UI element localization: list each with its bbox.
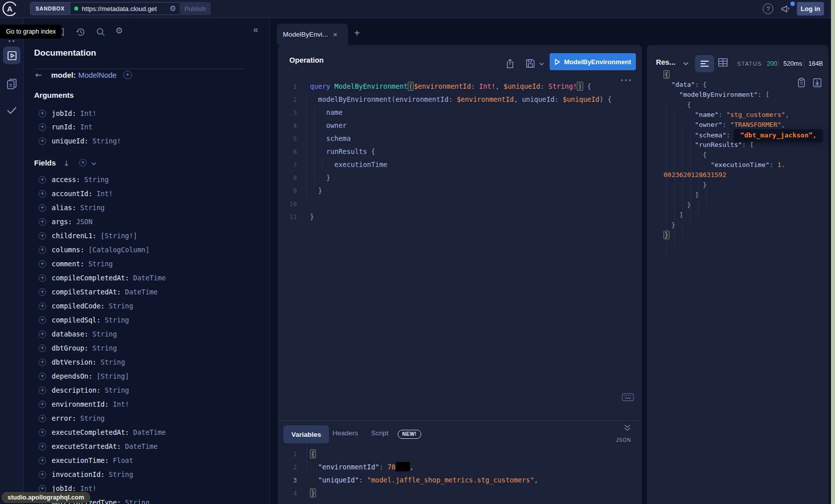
add-field-icon[interactable]: + [39,232,46,240]
field-row[interactable]: +compiledSql: String [39,313,129,327]
field-row[interactable]: +executeCompletedAt: DateTime [39,425,166,439]
code-line[interactable]: 11} [278,210,642,223]
code-line[interactable]: 5 schema [278,132,642,145]
add-field-icon[interactable]: + [39,260,46,268]
field-row[interactable]: +compiledCode: String [39,299,133,313]
field-row[interactable]: +invocationId: String [39,467,133,481]
code-line[interactable]: 9 } [278,184,642,197]
add-field-icon[interactable]: + [39,204,46,212]
field-type[interactable]: String [84,260,113,268]
field-type[interactable]: String [121,498,149,504]
field-type[interactable]: String [105,302,133,310]
field-row[interactable]: +comment: String [39,257,113,271]
field-row[interactable]: +dbtGroup: String [39,341,117,355]
field-row[interactable]: +dependsOn: [String] [39,369,129,383]
login-button[interactable]: Log in [797,2,824,16]
field-type[interactable]: String [105,470,133,478]
field-type[interactable]: DateTime [129,428,165,436]
code-line[interactable]: 4 owner [278,119,642,132]
raw-view-toggle-button[interactable] [695,55,714,72]
schema-documents-icon[interactable]: ± [6,78,18,90]
megaphone-icon[interactable] [780,4,791,14]
field-type[interactable]: String [101,386,129,394]
response-title[interactable]: Res... [656,58,676,66]
close-tab-icon[interactable]: × [333,31,338,38]
field-row[interactable]: +args: JSON [39,215,92,229]
add-field-icon[interactable]: + [39,316,46,324]
field-type[interactable]: Int! [92,190,113,198]
code-line[interactable]: 8 } [278,171,642,184]
url-settings-icon[interactable]: ⚙ [170,5,176,13]
field-row[interactable]: +compileCompletedAt: DateTime [39,271,166,285]
add-field-icon[interactable]: + [39,302,46,310]
add-field-icon[interactable]: + [39,359,46,366]
add-field-icon[interactable]: + [39,387,46,394]
field-row[interactable]: +columns: [CatalogColumn] [39,243,149,257]
field-type[interactable]: DateTime [129,274,165,282]
publish-button[interactable]: Publish [180,2,211,15]
table-view-icon[interactable] [718,58,728,67]
tab-modelbyenvironment[interactable]: ModelByEnvi... × [277,24,348,45]
code-line[interactable]: 3 name [278,106,642,119]
variables-editor[interactable]: 1{2 "environmentId": 78,3 "uniqueId": "m… [278,420,642,504]
add-field-icon[interactable]: + [39,471,46,478]
graph-url-input[interactable]: https://metadata.cloud.get ⚙ [70,3,181,15]
field-type[interactable]: String [88,344,117,352]
field-type[interactable]: DateTime [121,288,157,296]
add-field-icon[interactable]: + [39,288,46,296]
field-row[interactable]: +childrenL1: [String!] [39,229,137,243]
field-type[interactable]: Int! [76,484,97,492]
add-field-icon[interactable]: + [39,246,46,254]
field-type[interactable]: JSON [72,218,93,226]
code-line[interactable]: 1{ [278,447,642,460]
add-field-icon[interactable]: + [39,274,46,282]
field-type[interactable]: String [80,176,109,184]
help-icon[interactable]: ? [763,4,773,14]
add-field-icon[interactable]: + [39,373,46,380]
field-row[interactable]: +accountId: Int! [39,187,113,201]
field-row[interactable]: +error: String [39,411,105,425]
field-type[interactable]: Float [109,456,133,464]
field-type[interactable]: String [76,414,105,422]
checkmark-icon[interactable] [6,105,18,115]
code-line[interactable]: 6 runResults { [278,145,642,158]
add-field-icon[interactable]: + [39,401,46,408]
field-type[interactable]: DateTime [121,442,157,450]
field-row[interactable]: +dbtVersion: String [39,355,125,369]
code-line[interactable]: 3 "uniqueId": "model.jaffle_shop_metrics… [278,473,642,486]
field-row[interactable]: +executeStartedAt: DateTime [39,439,157,453]
field-type[interactable]: [String!] [96,232,137,240]
add-tab-icon[interactable]: + [354,28,360,39]
field-row[interactable]: +description: String [39,383,129,397]
add-field-icon[interactable]: + [39,176,46,184]
response-dropdown-chevron-icon[interactable] [683,62,689,66]
operation-editor[interactable]: 1query ModelByEnvironment($environmentId… [278,45,642,376]
field-type[interactable]: [CatalogColumn] [84,246,149,254]
field-row[interactable]: +compileStartedAt: DateTime [39,285,157,299]
keyboard-shortcuts-icon[interactable] [622,393,634,401]
code-line[interactable]: 2 "environmentId": 78, [278,460,642,473]
field-type[interactable]: Int! [109,400,129,408]
code-line[interactable]: 10 [278,197,642,210]
sandbox-badge[interactable]: SANDBOX [31,3,70,15]
field-row[interactable]: +executionTime: Float [39,453,133,467]
field-row[interactable]: +database: String [39,327,117,341]
field-type[interactable]: String [76,204,105,212]
add-field-icon[interactable]: + [39,457,46,464]
add-field-icon[interactable]: + [39,345,46,352]
apollo-logo[interactable]: A [2,1,18,17]
field-type[interactable]: String [96,358,125,366]
add-field-icon[interactable]: + [39,443,46,450]
field-type[interactable]: [String] [92,372,129,380]
operations-tab-selected[interactable] [3,47,21,64]
url-text[interactable]: https://metadata.cloud.get [82,5,166,13]
field-row[interactable]: +environmentId: Int! [39,397,129,411]
code-line[interactable]: 2 modelByEnvironment(environmentId: $env… [278,93,642,106]
field-row[interactable]: +alias: String [39,201,105,215]
add-field-icon[interactable]: + [39,218,46,226]
add-field-icon[interactable]: + [39,415,46,422]
add-field-icon[interactable]: + [39,190,46,198]
code-line[interactable]: 4} [278,486,642,499]
code-line[interactable]: 1query ModelByEnvironment($environmentId… [278,80,642,93]
field-type[interactable]: String [88,330,117,338]
